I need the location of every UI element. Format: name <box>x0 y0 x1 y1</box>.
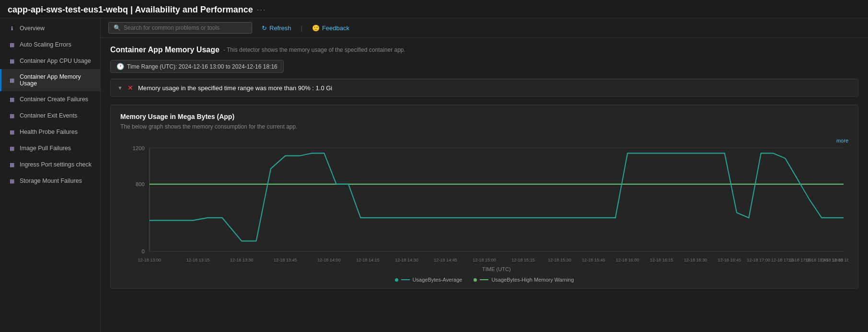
svg-text:12-18 15:15: 12-18 15:15 <box>511 257 535 262</box>
chart-more-button[interactable]: more <box>836 138 848 143</box>
chevron-down-icon: ▼ <box>117 85 123 91</box>
sidebar-item-storage-mount[interactable]: ▦ Storage Mount Failures <box>0 173 100 189</box>
svg-text:12-18 13:00: 12-18 13:00 <box>138 257 161 262</box>
svg-text:12-18 14:45: 12-18 14:45 <box>434 257 457 262</box>
sidebar-icon-create-failures: ▦ <box>8 95 16 103</box>
sidebar-icon-health-probe: ▦ <box>8 128 16 136</box>
sidebar-item-ingress-port[interactable]: ▦ Ingress Port settings check <box>0 156 100 173</box>
legend-label-average: UsageBytes-Average <box>413 277 463 283</box>
sidebar-label-create-failures: Container Create Failures <box>20 96 88 103</box>
time-range-text: Time Range (UTC): 2024-12-16 13:00 to 20… <box>127 63 278 70</box>
clock-icon: 🕐 <box>116 63 124 70</box>
svg-text:800: 800 <box>136 181 145 187</box>
search-icon: 🔍 <box>114 24 121 31</box>
sidebar-label-memory-usage: Container App Memory Usage <box>20 73 94 87</box>
refresh-button[interactable]: ↻ Refresh <box>258 23 295 34</box>
sidebar-icon-memory-usage: ▦ <box>8 76 16 84</box>
sidebar-icon-storage-mount: ▦ <box>8 177 16 185</box>
svg-text:12-18 15:30: 12-18 15:30 <box>548 257 571 262</box>
sidebar-label-health-probe: Health Probe Failures <box>20 129 78 135</box>
sidebar-label-cpu-usage: Container App CPU Usage <box>20 58 91 64</box>
sidebar-label-auto-scaling: Auto Scaling Errors <box>20 41 71 48</box>
svg-text:TIME (UTC): TIME (UTC) <box>482 266 511 272</box>
time-range-badge[interactable]: 🕐 Time Range (UTC): 2024-12-16 13:00 to … <box>110 60 284 73</box>
sidebar-item-memory-usage[interactable]: ▦ Container App Memory Usage <box>0 69 100 91</box>
svg-text:12-18 13:45: 12-18 13:45 <box>274 257 297 262</box>
sidebar-item-health-probe[interactable]: ▦ Health Probe Failures <box>0 124 100 140</box>
sidebar-label-overview: Overview <box>20 25 45 32</box>
chart-svg: 1200 800 0 12-18 13:00 12-18 13 <box>120 138 848 272</box>
sidebar-label-image-pull: Image Pull Failures <box>20 145 71 152</box>
page-title: capp-api-sws-test-eus1-webq | Availabili… <box>8 5 253 15</box>
sidebar-label-storage-mount: Storage Mount Failures <box>20 178 82 184</box>
svg-text:0: 0 <box>141 249 144 254</box>
sidebar: ℹ Overview ▦ Auto Scaling Errors ▦ Conta… <box>0 18 101 332</box>
chart-container: Memory Usage in Mega Bytes (App) The bel… <box>110 105 858 289</box>
svg-text:12-18 17:00: 12-18 17:00 <box>747 257 770 262</box>
svg-text:12-18 18:15: 12-18 18:15 <box>832 257 848 262</box>
legend-line-warning <box>480 279 488 280</box>
sidebar-icon-overview: ℹ <box>8 24 16 32</box>
legend-item-warning: UsageBytes-High Memory Warning <box>474 277 574 283</box>
svg-text:12-18 13:30: 12-18 13:30 <box>230 257 254 262</box>
sidebar-item-exit-events[interactable]: ▦ Container Exit Events <box>0 107 100 124</box>
sidebar-icon-exit-events: ▦ <box>8 112 16 119</box>
svg-text:12-18 16:00: 12-18 16:00 <box>616 257 639 262</box>
sidebar-icon-ingress-port: ▦ <box>8 161 16 168</box>
sidebar-icon-image-pull: ▦ <box>8 144 16 152</box>
svg-text:12-18 16:15: 12-18 16:15 <box>650 257 673 262</box>
sidebar-label-exit-events: Container Exit Events <box>20 112 77 119</box>
sidebar-item-cpu-usage[interactable]: ▦ Container App CPU Usage <box>0 53 100 69</box>
legend-line-average <box>401 279 410 280</box>
svg-text:12-18 13:15: 12-18 13:15 <box>186 257 210 262</box>
error-icon: ✕ <box>127 84 133 92</box>
sidebar-item-overview[interactable]: ℹ Overview <box>0 20 100 36</box>
svg-text:12-18 15:00: 12-18 15:00 <box>473 257 496 262</box>
svg-text:12-18 14:15: 12-18 14:15 <box>356 257 380 262</box>
feedback-button[interactable]: 🙂 Feedback <box>308 23 353 34</box>
sidebar-icon-cpu-usage: ▦ <box>8 57 16 65</box>
section-title: Container App Memory Usage <box>110 46 220 54</box>
svg-text:1200: 1200 <box>133 145 145 151</box>
toolbar-separator: | <box>301 24 302 32</box>
legend-item-average: UsageBytes-Average <box>395 277 463 283</box>
legend-label-warning: UsageBytes-High Memory Warning <box>491 277 574 283</box>
chart-area: more 1200 800 0 <box>120 138 848 272</box>
sidebar-item-create-failures[interactable]: ▦ Container Create Failures <box>0 91 100 107</box>
alert-row[interactable]: ▼ ✕ Memory usage in the specified time r… <box>110 79 858 97</box>
search-box[interactable]: 🔍 <box>108 22 252 34</box>
svg-text:12-18 16:45: 12-18 16:45 <box>718 257 741 262</box>
sidebar-label-ingress-port: Ingress Port settings check <box>20 161 92 168</box>
header-more-icon[interactable]: ··· <box>257 6 266 14</box>
section-header: Container App Memory Usage - This detect… <box>110 46 858 54</box>
alert-message: Memory usage in the specified time range… <box>138 84 332 92</box>
chart-subtitle: The below graph shows the memory consump… <box>120 123 848 130</box>
page-header: capp-api-sws-test-eus1-webq | Availabili… <box>0 0 868 18</box>
chart-title: Memory Usage in Mega Bytes (App) <box>120 113 848 120</box>
legend-dot-average <box>395 278 398 282</box>
search-input[interactable] <box>124 24 239 31</box>
svg-text:12-18 15:45: 12-18 15:45 <box>582 257 605 262</box>
sidebar-item-auto-scaling[interactable]: ▦ Auto Scaling Errors <box>0 36 100 53</box>
svg-text:12-18 14:00: 12-18 14:00 <box>317 257 341 262</box>
content-scroll: Container App Memory Usage - This detect… <box>101 38 868 332</box>
sidebar-icon-auto-scaling: ▦ <box>8 41 16 48</box>
chart-legend: UsageBytes-Average UsageBytes-High Memor… <box>120 277 848 283</box>
svg-text:12-18 16:30: 12-18 16:30 <box>684 257 707 262</box>
toolbar: 🔍 ↻ Refresh | 🙂 Feedback <box>101 18 868 38</box>
feedback-icon: 🙂 <box>312 24 320 32</box>
section-subtitle: - This detector shows the memory usage o… <box>223 47 405 53</box>
main-layout: ℹ Overview ▦ Auto Scaling Errors ▦ Conta… <box>0 18 868 332</box>
content-area: 🔍 ↻ Refresh | 🙂 Feedback Container App M… <box>101 18 868 332</box>
refresh-icon: ↻ <box>262 24 267 32</box>
svg-text:12-18 14:30: 12-18 14:30 <box>395 257 418 262</box>
sidebar-item-image-pull[interactable]: ▦ Image Pull Failures <box>0 140 100 156</box>
legend-dot-warning <box>474 278 477 282</box>
